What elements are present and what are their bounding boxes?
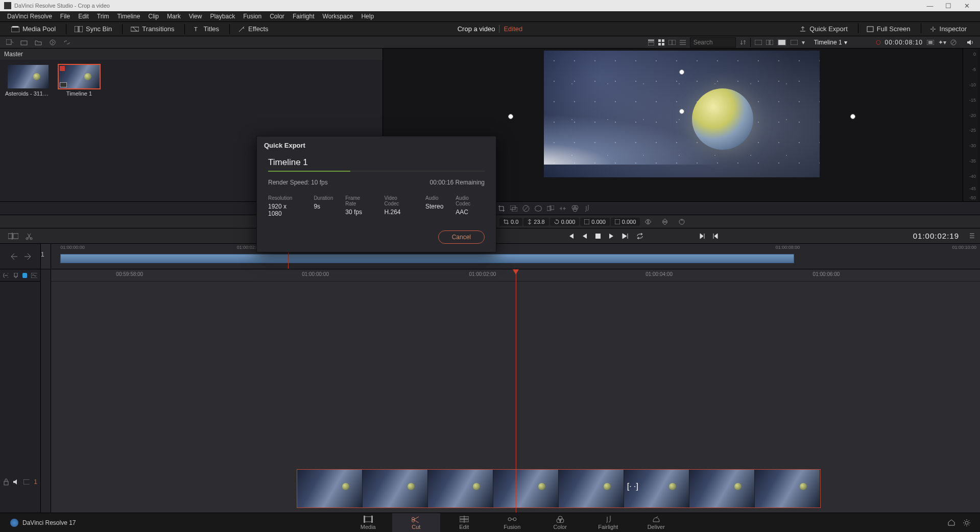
page-fairlight[interactable]: Fairlight (584, 513, 632, 533)
menu-item[interactable]: Color (266, 13, 289, 20)
minimize-button[interactable]: — (921, 2, 939, 10)
page-edit[interactable]: Edit (440, 513, 488, 533)
menu-item[interactable]: Timeline (113, 13, 144, 20)
menu-item[interactable]: File (56, 13, 74, 20)
timeline-in-icon[interactable] (10, 252, 17, 261)
menu-item[interactable]: Fairlight (289, 13, 319, 20)
marker-icon[interactable] (12, 273, 18, 278)
clip-item[interactable]: Timeline 1 (56, 65, 102, 97)
list-view-button[interactable] (680, 40, 686, 45)
menu-item[interactable]: Playback (206, 13, 239, 20)
clip-item[interactable]: Asteroids - 31105... (5, 65, 51, 97)
sort-button[interactable] (740, 39, 746, 45)
snap-icon[interactable] (3, 272, 8, 279)
overview-clip[interactable] (60, 254, 794, 263)
track-number[interactable]: 1 (41, 251, 51, 269)
menu-item[interactable]: Help (357, 13, 378, 20)
play-button[interactable] (608, 233, 614, 240)
rotation-value[interactable]: 0.000 (550, 218, 580, 226)
composite-icon[interactable] (544, 204, 557, 213)
master-bin-label[interactable]: Master (0, 49, 383, 60)
import-media-button[interactable] (19, 38, 29, 47)
menu-item[interactable]: Mark (163, 13, 185, 20)
position-x-value[interactable]: 0.000 (580, 218, 610, 226)
transform-handle[interactable] (508, 114, 513, 119)
dual-viewer-button[interactable] (766, 40, 773, 45)
mute-icon[interactable] (13, 479, 19, 485)
inspector-button[interactable]: Inspector (924, 23, 972, 35)
record-timecode[interactable]: 01:00:02:19 (913, 232, 959, 240)
position-value[interactable]: 0.000 (611, 218, 640, 226)
single-viewer-button[interactable] (755, 40, 762, 45)
close-button[interactable]: ✕ (958, 2, 976, 10)
audio-track-icon[interactable] (31, 273, 37, 278)
timeline-playhead[interactable] (516, 269, 516, 513)
thumbnail-view-button[interactable] (658, 39, 664, 45)
timeline-out-icon[interactable] (23, 252, 31, 261)
media-pool-button[interactable]: Media Pool (6, 23, 61, 35)
menu-item[interactable]: DaVinci Resolve (3, 13, 56, 20)
viewer-video[interactable] (544, 51, 820, 177)
search-input[interactable] (690, 37, 736, 48)
settings-button[interactable] (963, 519, 971, 527)
menu-item[interactable]: Workspace (319, 13, 357, 20)
flip-h-button[interactable] (641, 218, 657, 225)
timeline-clip[interactable] (297, 470, 820, 507)
transitions-button[interactable]: Transitions (126, 23, 179, 35)
import-folder-button[interactable] (34, 38, 43, 47)
menu-item[interactable]: Trim (93, 13, 113, 20)
viewer-clip-button[interactable] (927, 40, 934, 45)
cancel-button[interactable]: Cancel (438, 230, 485, 244)
menu-item[interactable]: View (185, 13, 206, 20)
page-deliver[interactable]: Deliver (632, 513, 680, 533)
page-media[interactable]: Media (344, 513, 392, 533)
stabilize-icon[interactable] (520, 204, 532, 213)
link-button[interactable] (62, 38, 71, 47)
crop-tool-icon[interactable] (495, 204, 508, 213)
bypass-button[interactable] (950, 39, 957, 45)
audio-trim-view-button[interactable] (777, 39, 786, 46)
timeline-options-button[interactable]: ☰ (969, 233, 975, 240)
flip-v-button[interactable] (658, 218, 674, 226)
stop-button[interactable] (595, 233, 601, 239)
overview-ruler[interactable]: 01:00:00:00 01:00:02:00 01:00:08:00 01:0… (51, 244, 980, 251)
jump-last-button[interactable] (622, 233, 629, 240)
maximize-button[interactable]: ☐ (939, 2, 958, 10)
reset-button[interactable] (675, 218, 691, 226)
quick-export-button[interactable]: Quick Export (794, 23, 852, 35)
lock-icon[interactable] (3, 478, 9, 485)
chevron-down-icon[interactable]: ▾ (802, 39, 805, 46)
next-edit-button[interactable] (699, 233, 705, 240)
loop-button[interactable] (636, 233, 644, 239)
lens-correction-icon[interactable] (532, 204, 544, 213)
audio-tool-icon[interactable] (581, 204, 593, 213)
timeline-track-area[interactable]: 00:59:58:00 01:00:00:00 01:00:02:00 01:0… (51, 269, 980, 513)
menu-item[interactable]: Edit (74, 13, 93, 20)
full-screen-button[interactable]: Full Screen (862, 23, 916, 35)
crop-value[interactable]: 0.0 (499, 218, 522, 226)
safe-area-button[interactable] (791, 40, 798, 45)
overview-track-area[interactable]: 01:00:00:00 01:00:02:00 01:00:08:00 01:0… (51, 244, 980, 269)
prev-edit-button[interactable] (712, 233, 719, 240)
effects-button[interactable]: Effects (233, 23, 274, 35)
dynamic-zoom-icon[interactable] (508, 204, 520, 213)
speaker-icon[interactable] (967, 39, 975, 46)
video-track-enable[interactable] (22, 273, 27, 278)
bin-list-dropdown[interactable] (5, 38, 14, 47)
viewer-timecode[interactable]: 00:00:08:10 (885, 39, 923, 46)
menu-item[interactable]: Fusion (239, 13, 266, 20)
page-color[interactable]: Color (536, 513, 584, 533)
split-button[interactable] (26, 233, 33, 240)
viewer-tools-button[interactable]: ✦▾ (938, 39, 946, 46)
timeline-dropdown[interactable]: Timeline 1 ▾ (814, 39, 847, 46)
strip-view-button[interactable] (668, 40, 676, 45)
sync-bin-button[interactable]: Sync Bin (69, 23, 117, 35)
transform-handle[interactable] (850, 114, 855, 119)
titles-button[interactable]: TTitles (188, 23, 224, 35)
menu-item[interactable]: Clip (144, 13, 163, 20)
transform-handle[interactable] (679, 70, 684, 75)
play-reverse-button[interactable] (582, 233, 588, 240)
page-fusion[interactable]: Fusion (488, 513, 536, 533)
metadata-view-button[interactable] (648, 39, 654, 45)
color-icon[interactable] (569, 204, 581, 213)
